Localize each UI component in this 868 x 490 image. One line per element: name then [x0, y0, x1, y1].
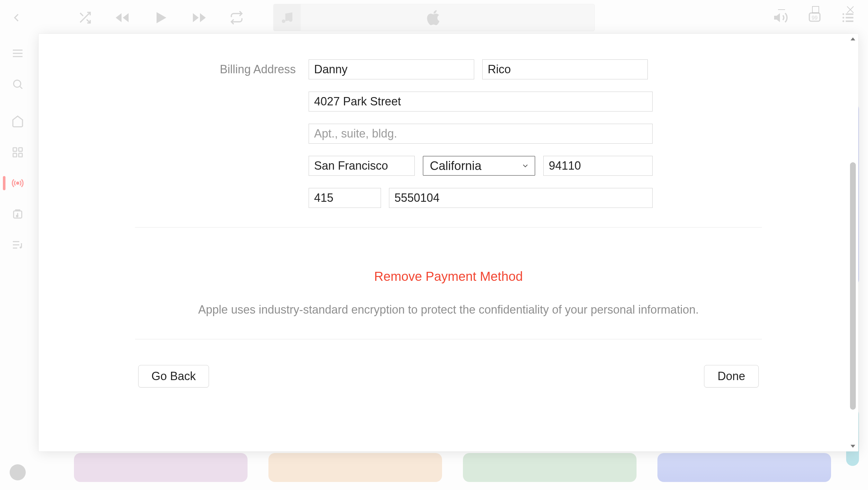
play-icon[interactable]: [152, 9, 169, 26]
svg-point-22: [843, 20, 844, 22]
phone-number-field[interactable]: [389, 188, 653, 208]
svg-line-27: [20, 87, 22, 89]
scroll-down-icon[interactable]: [849, 443, 857, 450]
shuffle-icon[interactable]: [78, 10, 92, 25]
svg-marker-14: [774, 13, 780, 22]
svg-marker-11: [193, 13, 199, 22]
apt-field[interactable]: [309, 124, 653, 143]
volume-icon[interactable]: [773, 10, 788, 25]
svg-point-34: [17, 215, 18, 217]
go-back-button[interactable]: Go Back: [138, 365, 209, 388]
bg-card: [463, 453, 637, 482]
app-toolbar: 99: [0, 0, 868, 35]
last-name-field[interactable]: [482, 60, 648, 79]
music-note-icon: [273, 4, 301, 31]
chevron-down-icon: [521, 162, 529, 170]
profile-avatar[interactable]: [10, 464, 26, 480]
zip-field[interactable]: [543, 156, 653, 176]
svg-line-6: [80, 13, 83, 16]
repeat-icon[interactable]: [229, 10, 244, 25]
svg-marker-8: [123, 13, 129, 22]
bg-card: [74, 453, 248, 482]
svg-rect-31: [19, 153, 22, 157]
next-track-icon[interactable]: [192, 10, 207, 25]
divider: [135, 227, 762, 228]
svg-marker-9: [157, 12, 166, 24]
now-playing-display: [273, 4, 595, 31]
phone-area-field[interactable]: [309, 188, 381, 208]
apple-logo-icon: [426, 10, 442, 26]
playlists-icon[interactable]: [11, 238, 24, 251]
encryption-notice: Apple uses industry-standard encryption …: [135, 303, 762, 317]
state-select[interactable]: California: [423, 156, 535, 176]
svg-point-38: [20, 247, 22, 249]
bg-card: [269, 453, 442, 482]
sidebar-menu-icon[interactable]: [11, 47, 24, 60]
lyrics-icon[interactable]: 99: [808, 10, 822, 25]
svg-rect-29: [19, 148, 22, 151]
bg-card: [657, 453, 831, 482]
billing-address-label: Billing Address: [135, 60, 309, 79]
svg-point-26: [13, 80, 21, 87]
street-field[interactable]: [309, 92, 653, 111]
svg-rect-30: [13, 153, 17, 157]
previous-track-icon[interactable]: [115, 10, 130, 25]
svg-text:99: 99: [812, 15, 817, 21]
library-icon[interactable]: [11, 207, 24, 221]
svg-rect-28: [13, 148, 17, 151]
home-icon[interactable]: [11, 115, 24, 128]
sidebar: [0, 35, 35, 490]
svg-marker-10: [200, 13, 206, 22]
browse-icon[interactable]: [11, 146, 24, 159]
remove-payment-method-link[interactable]: Remove Payment Method: [135, 269, 762, 284]
back-icon[interactable]: [10, 11, 23, 25]
queue-icon[interactable]: [841, 10, 855, 25]
first-name-field[interactable]: [309, 60, 474, 79]
svg-marker-7: [116, 13, 122, 22]
svg-point-12: [282, 19, 285, 23]
city-field[interactable]: [309, 156, 415, 176]
payment-method-modal: Billing Address Califo: [38, 34, 858, 452]
search-icon[interactable]: [11, 78, 24, 91]
divider: [135, 339, 762, 339]
scrollbar-thumb[interactable]: [850, 162, 856, 410]
svg-marker-40: [850, 445, 856, 448]
radio-icon[interactable]: [11, 177, 24, 190]
state-select-value: California: [430, 159, 482, 173]
done-button[interactable]: Done: [704, 365, 759, 388]
svg-point-21: [843, 17, 844, 19]
svg-point-20: [843, 13, 844, 15]
svg-point-13: [289, 18, 292, 22]
svg-point-32: [17, 182, 19, 185]
